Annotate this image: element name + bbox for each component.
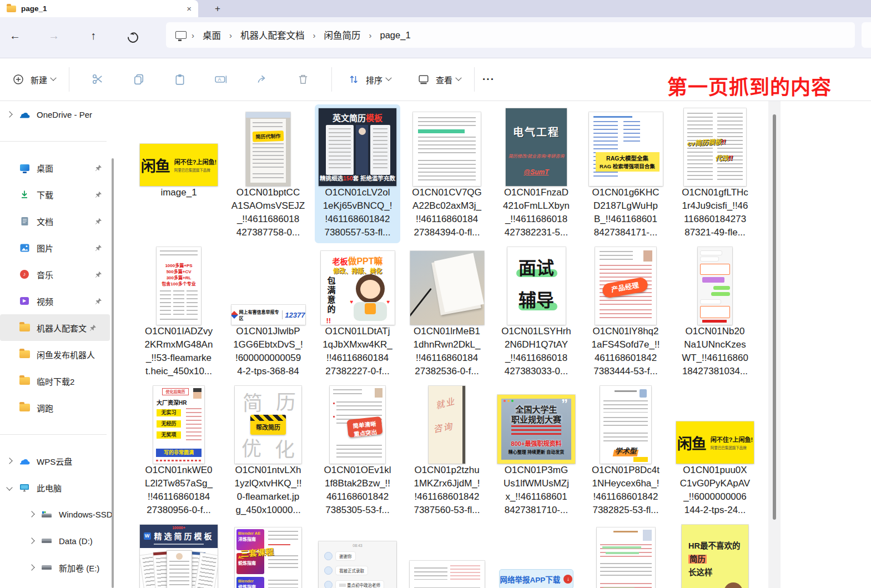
file-item[interactable]: [408, 525, 486, 588]
chevron-right-icon[interactable]: [0, 459, 19, 463]
thumb-line: 简历: [688, 552, 707, 564]
file-item[interactable]: O1CN01CV7QGA22Bc02axM3j_!!46116860184273…: [408, 108, 486, 239]
sidebar-item-windows-ssd[interactable]: Windows-SSD: [0, 501, 115, 527]
sidebar-item-robot-docs[interactable]: 机器人配套文: [0, 314, 110, 341]
sidebar: OneDrive - Per 桌面 下载 文档: [0, 101, 115, 588]
file-thumbnail-notebook-photo: [410, 251, 484, 325]
file-item[interactable]: 学术型 O1CN01P8Dc4t1NHeycex6ha_!!4611686018…: [587, 386, 664, 517]
share-icon[interactable]: [254, 72, 270, 87]
thumb-hr-title: 大厂资深HR: [157, 398, 187, 406]
thumb-badge: RAG大模型全集 RAG 检索增强项目合集: [596, 152, 659, 172]
decor: [173, 290, 184, 317]
sidebar-item-this-pc[interactable]: 此电脑: [0, 474, 115, 501]
decor: [600, 309, 652, 320]
thumb-stamp: 学术型: [600, 445, 651, 456]
file-item[interactable]: RAG大模型全集 RAG 检索增强项目合集 O1CN01g6KHCD2187Lg…: [587, 108, 664, 239]
file-item[interactable]: 电气工程 简历修改/就业咨询/考研咨询 @SumT O1CN01FnzaD421…: [497, 108, 575, 239]
file-thumbnail-red-list: 1000多篇+PS500多篇+CV300多篇+RL包含100多个专业: [157, 247, 201, 325]
forward-button[interactable]: →: [46, 29, 62, 42]
file-item[interactable]: 产品经理 O1CN01lY8hq21aFS4Sofd7e_!!461168601…: [587, 247, 664, 378]
sidebar-item-downloads[interactable]: 下载: [0, 181, 115, 208]
sidebar-item-wps-cloud[interactable]: WPS云盘: [0, 448, 115, 474]
file-item[interactable]: cv简历模板!! 代改!! O1CN01gfLTHc1r4Ju9cisfi_!!…: [676, 108, 754, 239]
breadcrumb-robot-docs[interactable]: 机器人配套文档: [237, 26, 308, 44]
file-thumbnail-hr-dislike: HR最不喜欢的 简历 长这样: [682, 525, 748, 588]
chevron-right-icon[interactable]: [0, 112, 19, 117]
decor: [450, 565, 480, 582]
file-item[interactable]: Blender AE 淬炼指南 AE 蜕炼指南 Blender 修炼指南: [229, 525, 307, 588]
folder-icon: [7, 6, 16, 12]
plus-circle-icon: [10, 72, 27, 87]
sidebar-item-data-d[interactable]: Data (D:): [0, 527, 115, 554]
tab-page-1[interactable]: page_1 ×: [0, 0, 198, 17]
file-item[interactable]: 老板做PPT嘛 修改、排版、美化 包满意的 !! ♥ ♥ O1CN01LDtAT…: [319, 247, 396, 378]
decor: [702, 320, 727, 323]
file-item[interactable]: 网络举报APP下载 ↓: [497, 525, 575, 588]
file-item[interactable]: HR最不喜欢的 简历 长这样: [676, 525, 754, 588]
chevron-right-icon[interactable]: [22, 512, 41, 516]
chevron-right-icon[interactable]: [22, 565, 41, 570]
file-item[interactable]: 简历代制作 O1CN01bptCCA1SAOmsVSEJZ_!!46116860…: [229, 108, 307, 239]
sidebar-item-desktop[interactable]: 桌面: [0, 154, 115, 181]
copy-icon[interactable]: [130, 72, 147, 87]
more-options-button[interactable]: ···: [482, 73, 495, 86]
decor: [336, 401, 382, 411]
file-thumbnail-electrical-engineering: 电气工程 简历修改/就业咨询/考研咨询 @SumT: [506, 108, 567, 186]
address-bar[interactable]: › 桌面 › 机器人配套文档 › 闲鱼简历 › page_1: [166, 22, 855, 48]
back-button[interactable]: ←: [7, 29, 23, 42]
chevron-right-icon[interactable]: [22, 539, 41, 543]
thumb-overlay: 三套课程: [240, 545, 274, 559]
tab-close-icon[interactable]: ×: [187, 4, 192, 13]
paste-icon[interactable]: [172, 72, 188, 87]
decor: [603, 417, 648, 428]
scrollbar-thumb[interactable]: [773, 114, 776, 520]
delete-icon[interactable]: [295, 72, 311, 87]
breadcrumb-desktop[interactable]: 桌面: [199, 26, 224, 44]
file-item[interactable]: 1000多篇+PS500多篇+CV300多篇+RL包含100多个专业 O1CN0…: [140, 247, 218, 378]
up-button[interactable]: ↑: [85, 29, 102, 42]
pin-icon: [89, 324, 97, 333]
file-item[interactable]: [587, 525, 664, 588]
new-button[interactable]: 新建: [4, 68, 61, 91]
sidebar-item-temp-downloads[interactable]: 临时下载2: [0, 368, 115, 394]
sidebar-item-documents[interactable]: 文档: [0, 208, 115, 234]
search-box[interactable]: [862, 22, 871, 48]
file-item[interactable]: 10000+ W 精选简历模板: [140, 525, 218, 588]
file-item[interactable]: 闲鱼 闲不住?上闲鱼!阿里巴巴集团旗下品牌 image_1: [140, 108, 218, 239]
file-item[interactable]: 网上有害信息举报专区 12377 O1CN01JlwlbP1GG6EbtxDvS…: [229, 247, 307, 378]
sidebar-item-pictures[interactable]: 图片: [0, 234, 115, 261]
rename-icon[interactable]: A: [213, 72, 229, 87]
sidebar-item-network-partial[interactable]: [0, 581, 115, 588]
file-item[interactable]: ” 全国大学生 职业规划大赛 800+最强职规资料 精心整理 持续更新 自动发货…: [497, 386, 575, 517]
thumb-title: 辅导: [507, 286, 566, 311]
chevron-down-icon[interactable]: [0, 485, 19, 490]
refresh-icon[interactable]: [125, 30, 140, 45]
file-item[interactable]: O1CN01lrMeB11dhnRwn2DkL_!!46116860184273…: [408, 247, 486, 378]
file-item[interactable]: O1CN01Nb20Na1UNncKzesWT_!!46116860184273…: [676, 247, 754, 378]
file-thumbnail-partial-doc: [410, 561, 485, 588]
sort-button[interactable]: 排序: [340, 68, 396, 91]
breadcrumb-page-1[interactable]: page_1: [377, 28, 414, 43]
view-button[interactable]: 查看: [410, 68, 466, 91]
file-item-selected[interactable]: 英文简历模板 精挑细选150套 拒绝滥竽充数 O1CN01cLV2ol1eKj6…: [319, 108, 396, 239]
sidebar-item-xianyu-publish[interactable]: 闲鱼发布机器人: [0, 341, 115, 368]
new-tab-button[interactable]: +: [211, 2, 224, 16]
file-item[interactable]: 闲鱼 闲不住?上闲鱼!阿里巴巴集团旗下品牌 O1CN01puu0XC1vG0Py…: [676, 386, 754, 517]
breadcrumb-xianyu-resume[interactable]: 闲鱼简历: [321, 26, 364, 44]
content-scrollbar[interactable]: [768, 101, 781, 588]
sidebar-item-new-volume-e[interactable]: 新加卷 (E:): [0, 554, 115, 581]
file-name: O1CN01IADZvy2KRmxMG48An_!!53-fleamarket.…: [140, 325, 218, 378]
cut-icon[interactable]: [89, 72, 106, 87]
drive-windows-icon: [41, 511, 52, 518]
sidebar-scrollbar[interactable]: [112, 158, 114, 588]
file-item[interactable]: 08:43 谢谢你 我被正式录取 重点初中政治老师: [319, 525, 396, 588]
file-item[interactable]: 面试 辅导 O1CN01LSYHrh2N6DH1Q7tAY_!!46116860…: [497, 247, 575, 378]
sidebar-item-videos[interactable]: ▶ 视频: [0, 288, 115, 314]
sidebar-item-tiaopao[interactable]: 调跑: [0, 394, 115, 421]
sidebar-item-music[interactable]: ♪ 音乐: [0, 261, 115, 288]
file-item[interactable]: 优化后简历 大厂资深HR 无实习 无经历 无奖项 写的非常圆满 O1CN01nk…: [140, 386, 218, 517]
file-item[interactable]: 简单清晰重点突出 O1CN01OEv1kl1f8Btak2Bzw_!!46116…: [319, 386, 396, 517]
file-item[interactable]: 就业 咨询 O1CN01p2tzhu1MKZrx6JjdM_!!46116860…: [408, 386, 486, 517]
sidebar-item-onedrive[interactable]: OneDrive - Per: [0, 101, 115, 128]
file-item[interactable]: 简 历 优 化 帮改简历 O1CN01ntvLXh1yzlQxtvHKQ_!!0…: [229, 386, 307, 517]
